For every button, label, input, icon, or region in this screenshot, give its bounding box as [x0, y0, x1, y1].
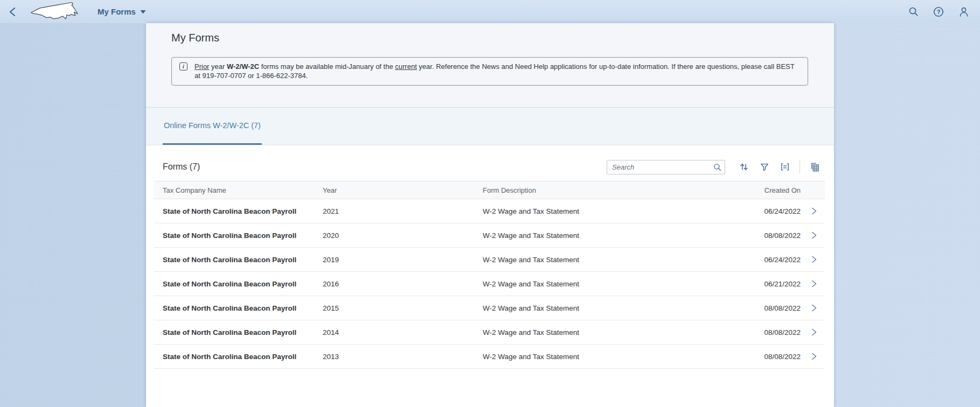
table-title: Forms (7)	[163, 162, 200, 172]
help-icon: ?	[933, 6, 944, 17]
chevron-right-icon	[811, 304, 817, 312]
filter-button[interactable]	[754, 160, 775, 174]
page-title: My Forms	[171, 32, 808, 44]
shell-bar: My Forms ?	[0, 0, 980, 23]
forms-table-section: Forms (7)	[146, 145, 834, 407]
table-row[interactable]: State of North Carolina Beacon Payroll 2…	[154, 296, 825, 320]
cell-created-on: 08/08/2022	[717, 353, 803, 361]
cell-description: W-2 Wage and Tax Statement	[483, 304, 717, 312]
filter-icon	[760, 162, 769, 172]
back-chevron-icon	[8, 6, 18, 17]
shell-actions: ?	[908, 6, 969, 17]
banner-bold-w2: W-2/W-2C	[227, 62, 259, 71]
cell-created-on: 08/08/2022	[717, 328, 803, 336]
group-icon	[780, 162, 790, 172]
profile-button[interactable]	[958, 6, 969, 17]
shell-app-title: My Forms	[98, 7, 136, 16]
tab-bar: Online Forms W-2/W-2C (7)	[146, 108, 834, 145]
north-carolina-logo[interactable]	[30, 2, 79, 22]
info-message-strip: i Prior year W-2/W-2C forms may be avail…	[171, 57, 808, 86]
row-navigation-button[interactable]	[803, 279, 825, 288]
banner-segment: forms may be available mid-January of th…	[259, 62, 395, 71]
shell-app-menu[interactable]: My Forms	[98, 7, 146, 16]
table-header-row: Tax Company Name Year Form Description C…	[154, 181, 825, 199]
search-input[interactable]	[612, 163, 713, 171]
table-row[interactable]: State of North Carolina Beacon Payroll 2…	[154, 199, 825, 223]
banner-underline-prior: Prior	[194, 62, 209, 71]
cell-year: 2015	[323, 304, 483, 312]
banner-underline-current: current	[395, 62, 416, 71]
chevron-right-icon	[811, 255, 817, 264]
svg-text:?: ?	[937, 9, 941, 15]
column-header-created-on[interactable]: Created On	[717, 186, 803, 194]
table-row[interactable]: State of North Carolina Beacon Payroll 2…	[154, 223, 825, 248]
tab-online-forms-w2[interactable]: Online Forms W-2/W-2C (7)	[163, 108, 262, 145]
export-spreadsheet-icon	[810, 162, 820, 172]
export-spreadsheet-button[interactable]	[804, 160, 825, 174]
column-header-tax-company-name[interactable]: Tax Company Name	[154, 186, 323, 194]
page-header: My Forms i Prior year W-2/W-2C forms may…	[146, 23, 834, 108]
person-icon	[958, 6, 969, 17]
cell-company: State of North Carolina Beacon Payroll	[154, 207, 323, 215]
search-icon	[908, 6, 919, 17]
cell-company: State of North Carolina Beacon Payroll	[154, 353, 323, 361]
cell-year: 2020	[323, 231, 483, 240]
chevron-right-icon	[811, 328, 817, 336]
search-button[interactable]	[908, 6, 919, 17]
cell-year: 2019	[323, 256, 483, 264]
table-search	[607, 160, 725, 174]
cell-year: 2016	[323, 280, 483, 288]
table-row[interactable]: State of North Carolina Beacon Payroll 2…	[154, 345, 825, 369]
row-navigation-button[interactable]	[803, 304, 825, 312]
chevron-right-icon	[811, 352, 817, 361]
information-icon: i	[179, 62, 187, 71]
chevron-right-icon	[811, 279, 817, 288]
sort-button[interactable]	[734, 160, 754, 174]
group-button[interactable]	[775, 160, 795, 174]
table-body: State of North Carolina Beacon Payroll 2…	[154, 199, 825, 369]
column-header-form-description[interactable]: Form Description	[483, 186, 717, 194]
content-panel: My Forms i Prior year W-2/W-2C forms may…	[146, 23, 834, 407]
sort-icon	[739, 162, 749, 172]
cell-company: State of North Carolina Beacon Payroll	[154, 328, 323, 336]
search-icon[interactable]	[713, 163, 721, 171]
cell-company: State of North Carolina Beacon Payroll	[154, 280, 323, 288]
cell-company: State of North Carolina Beacon Payroll	[154, 304, 323, 312]
cell-year: 2013	[323, 353, 483, 361]
cell-description: W-2 Wage and Tax Statement	[483, 328, 717, 336]
cell-created-on: 06/21/2022	[717, 280, 803, 288]
row-navigation-button[interactable]	[803, 231, 825, 240]
banner-segment: year	[209, 62, 227, 71]
cell-company: State of North Carolina Beacon Payroll	[154, 231, 323, 240]
cell-created-on: 06/24/2022	[717, 207, 803, 215]
help-button[interactable]: ?	[933, 6, 944, 17]
cell-company: State of North Carolina Beacon Payroll	[154, 256, 323, 264]
chevron-right-icon	[811, 231, 817, 240]
cell-year: 2021	[323, 207, 483, 215]
table-row[interactable]: State of North Carolina Beacon Payroll 2…	[154, 320, 825, 345]
table-row[interactable]: State of North Carolina Beacon Payroll 2…	[154, 272, 825, 296]
table-row[interactable]: State of North Carolina Beacon Payroll 2…	[154, 248, 825, 272]
toolbar-separator	[800, 160, 800, 173]
chevron-right-icon	[811, 207, 817, 215]
cell-description: W-2 Wage and Tax Statement	[483, 256, 717, 264]
cell-created-on: 06/24/2022	[717, 256, 803, 264]
row-navigation-button[interactable]	[803, 328, 825, 336]
cell-description: W-2 Wage and Tax Statement	[483, 280, 717, 288]
row-navigation-button[interactable]	[803, 352, 825, 361]
chevron-down-icon	[140, 10, 146, 14]
column-header-year[interactable]: Year	[323, 186, 483, 194]
cell-created-on: 08/08/2022	[717, 231, 803, 240]
table-toolbar: Forms (7)	[154, 153, 825, 181]
cell-description: W-2 Wage and Tax Statement	[483, 207, 717, 215]
row-navigation-button[interactable]	[803, 207, 825, 215]
cell-description: W-2 Wage and Tax Statement	[483, 353, 717, 361]
cell-description: W-2 Wage and Tax Statement	[483, 231, 717, 240]
cell-year: 2014	[323, 328, 483, 336]
row-navigation-button[interactable]	[803, 255, 825, 264]
table-toolbar-actions	[607, 160, 825, 174]
back-button[interactable]	[7, 6, 19, 18]
banner-text: Prior year W-2/W-2C forms may be availab…	[194, 62, 800, 80]
cell-created-on: 08/08/2022	[717, 304, 803, 312]
